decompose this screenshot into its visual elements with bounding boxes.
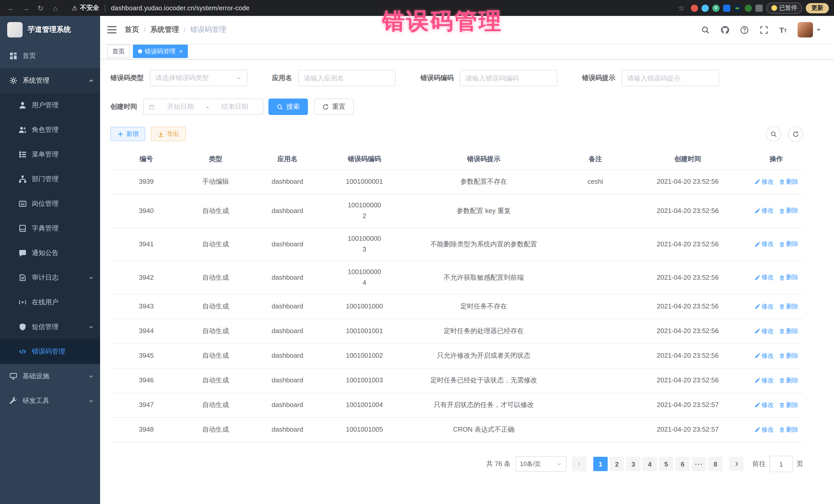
prev-page-button[interactable] bbox=[572, 457, 587, 471]
delete-link[interactable]: 删除 bbox=[779, 273, 798, 283]
sidebar-item-menu-management[interactable]: 菜单管理 bbox=[0, 142, 100, 167]
paused-badge[interactable]: 已暂停 bbox=[766, 2, 802, 14]
edit-link[interactable]: 修改 bbox=[754, 273, 774, 283]
extension-icon[interactable] bbox=[734, 4, 741, 12]
extension-icon[interactable] bbox=[744, 4, 752, 12]
tab-home[interactable]: 首页 bbox=[107, 45, 130, 58]
menu-label: 首页 bbox=[23, 51, 36, 61]
refresh-table-button[interactable] bbox=[788, 126, 803, 141]
sidebar-item-user-management[interactable]: 用户管理 bbox=[0, 93, 100, 117]
next-page-button[interactable] bbox=[729, 457, 744, 471]
back-button[interactable]: ← bbox=[5, 2, 17, 14]
main-area: 首页 / 系统管理 / 错误码管理 bbox=[100, 16, 834, 504]
goto-page-input[interactable] bbox=[769, 456, 793, 472]
extension-icon[interactable] bbox=[723, 4, 730, 12]
edit-link[interactable]: 修改 bbox=[754, 400, 774, 410]
error-code-input[interactable] bbox=[460, 70, 557, 86]
sidebar-item-notice[interactable]: 通知公告 bbox=[0, 241, 100, 265]
search-button[interactable]: 搜索 bbox=[268, 98, 308, 115]
sidebar-item-system-management[interactable]: 系统管理 bbox=[0, 68, 100, 93]
page-size-value: 10条/页 bbox=[520, 460, 541, 468]
sidebar-item-home[interactable]: 首页 bbox=[0, 44, 100, 68]
delete-link[interactable]: 删除 bbox=[779, 239, 798, 249]
tab-error-code[interactable]: 错误码管理× bbox=[133, 45, 188, 58]
close-icon[interactable]: × bbox=[179, 48, 183, 54]
extensions-pin-icon[interactable] bbox=[755, 4, 762, 12]
sidebar-item-infrastructure[interactable]: 基础设施 bbox=[0, 364, 100, 389]
error-hint-input[interactable] bbox=[621, 70, 719, 86]
edit-link[interactable]: 修改 bbox=[754, 239, 774, 249]
table-row: 3943自动生成dashboard1001001000定时任务不存在2021-0… bbox=[110, 294, 803, 319]
edit-link[interactable]: 修改 bbox=[754, 351, 774, 361]
date-range-picker[interactable]: 开始日期 - 结束日期 bbox=[143, 98, 263, 115]
sidebar-item-error-code-management[interactable]: 错误码管理 bbox=[0, 339, 100, 364]
forward-button[interactable]: → bbox=[20, 2, 31, 14]
hamburger-icon[interactable] bbox=[107, 26, 116, 34]
delete-link[interactable]: 删除 bbox=[779, 206, 798, 216]
extension-icon[interactable] bbox=[701, 4, 708, 12]
edit-link[interactable]: 修改 bbox=[754, 302, 774, 311]
reset-label: 重置 bbox=[332, 102, 345, 111]
page-3-button[interactable]: 3 bbox=[626, 457, 640, 471]
edit-link[interactable]: 修改 bbox=[754, 425, 774, 435]
page-1-button[interactable]: 1 bbox=[593, 457, 608, 471]
github-icon[interactable] bbox=[721, 25, 729, 34]
page-size-select[interactable]: 10条/页 bbox=[515, 456, 567, 472]
sidebar-item-post-management[interactable]: 岗位管理 bbox=[0, 192, 100, 216]
cell-id: 3945 bbox=[110, 348, 182, 365]
delete-link[interactable]: 删除 bbox=[779, 400, 798, 410]
extension-icon[interactable] bbox=[690, 4, 698, 12]
cell-app: dashboard bbox=[249, 348, 326, 365]
page-5-button[interactable]: 5 bbox=[659, 457, 673, 471]
sidebar-item-dev-tools[interactable]: 研发工具 bbox=[0, 389, 100, 413]
export-button[interactable]: 导出 bbox=[151, 127, 186, 141]
pager-more-button[interactable]: ··· bbox=[692, 457, 706, 471]
cell-type: 自动生成 bbox=[182, 298, 249, 315]
delete-link[interactable]: 删除 bbox=[779, 177, 798, 187]
page-4-button[interactable]: 4 bbox=[642, 457, 657, 471]
delete-link[interactable]: 删除 bbox=[779, 302, 798, 311]
delete-link[interactable]: 删除 bbox=[779, 351, 798, 361]
delete-link[interactable]: 删除 bbox=[779, 425, 798, 435]
tab-label: 首页 bbox=[112, 47, 125, 56]
page-8-button[interactable]: 8 bbox=[708, 457, 723, 471]
edit-link[interactable]: 修改 bbox=[754, 326, 774, 336]
add-button[interactable]: 新增 bbox=[110, 127, 145, 141]
menu-label: 通知公告 bbox=[32, 248, 59, 258]
fullscreen-icon[interactable] bbox=[760, 25, 769, 34]
sidebar-item-dept-management[interactable]: 部门管理 bbox=[0, 167, 100, 192]
bookmark-star-icon[interactable]: ☆ bbox=[676, 2, 687, 14]
breadcrumb-system[interactable]: 系统管理 bbox=[150, 25, 179, 35]
delete-link[interactable]: 删除 bbox=[779, 326, 798, 336]
security-indicator[interactable]: ⚠ 不安全 bbox=[72, 4, 99, 12]
reload-button[interactable]: ↻ bbox=[35, 2, 46, 14]
home-button[interactable]: ⌂ bbox=[50, 2, 61, 14]
vue-devtools-extension-icon[interactable] bbox=[712, 4, 719, 12]
url-text[interactable]: dashboard.yudao.iocoder.cn/system/error-… bbox=[111, 4, 250, 12]
toggle-search-button[interactable] bbox=[766, 126, 781, 141]
sidebar-item-role-management[interactable]: 角色管理 bbox=[0, 117, 100, 142]
edit-link[interactable]: 修改 bbox=[754, 177, 774, 187]
delete-link[interactable]: 删除 bbox=[779, 376, 798, 386]
user-menu[interactable] bbox=[797, 22, 821, 38]
reset-button[interactable]: 重置 bbox=[314, 98, 354, 115]
cell-hint: 定时任务不存在 bbox=[403, 298, 565, 315]
update-button[interactable]: 更新 bbox=[806, 3, 829, 13]
error-type-select[interactable]: 请选择错误码类型 bbox=[150, 70, 247, 86]
sidebar-item-dict-management[interactable]: 字典管理 bbox=[0, 216, 100, 241]
header-search-icon[interactable] bbox=[701, 25, 710, 34]
app-name-input[interactable] bbox=[298, 70, 396, 86]
sidebar-item-audit-log[interactable]: 审计日志 bbox=[0, 265, 100, 290]
edit-link[interactable]: 修改 bbox=[754, 206, 774, 216]
cell-type: 手动编辑 bbox=[182, 174, 249, 191]
edit-link[interactable]: 修改 bbox=[754, 376, 774, 386]
sidebar-item-sms-management[interactable]: 短信管理 bbox=[0, 314, 100, 339]
breadcrumb-home[interactable]: 首页 bbox=[125, 25, 139, 35]
page-2-button[interactable]: 2 bbox=[610, 457, 624, 471]
sidebar-item-online-user[interactable]: 在线用户 bbox=[0, 290, 100, 314]
page-6-button[interactable]: 6 bbox=[675, 457, 690, 471]
logo[interactable]: 芋道管理系统 bbox=[0, 16, 100, 44]
cell-code: 1001001001 bbox=[326, 323, 403, 340]
help-icon[interactable] bbox=[740, 25, 749, 34]
font-size-icon[interactable] bbox=[780, 26, 787, 34]
